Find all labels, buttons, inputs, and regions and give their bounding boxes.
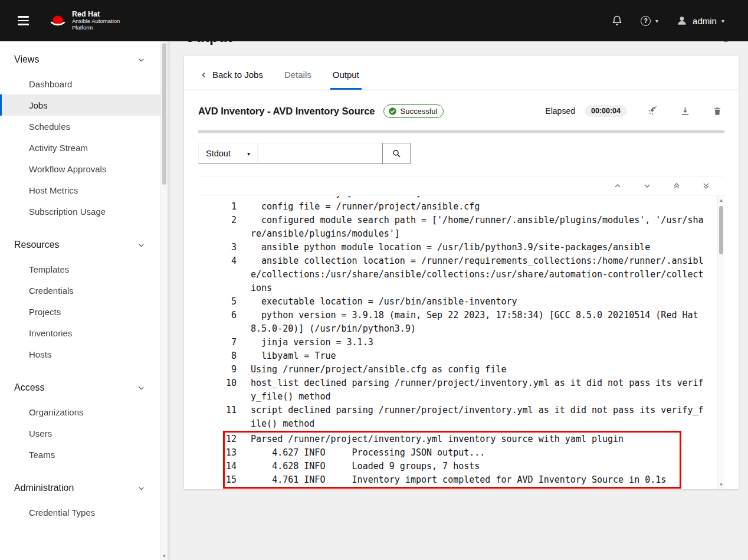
- sidebar-item-credential-types[interactable]: Credential Types: [0, 502, 160, 523]
- sidebar: ViewsDashboardJobsSchedulesActivity Stre…: [0, 41, 168, 560]
- console-line-14: 14 4.628 INFO Loaded 9 groups, 7 hosts: [225, 460, 680, 473]
- scroll-down-icon[interactable]: ▼: [718, 482, 724, 487]
- line-number[interactable]: 4: [198, 254, 251, 268]
- help-icon: [641, 16, 651, 26]
- tab-details[interactable]: Details: [282, 61, 314, 90]
- notifications-button[interactable]: [611, 15, 623, 27]
- console-line-4: 4 ansible collection location = /runner/…: [198, 254, 717, 295]
- line-number[interactable]: 10: [198, 376, 251, 390]
- stdout-filter-select[interactable]: Stdout ▾: [198, 143, 258, 164]
- line-text: config file = /runner/project/ansible.cf…: [251, 200, 704, 214]
- console-scrollbar[interactable]: ▲ ▼: [717, 196, 724, 489]
- tab-back-to-jobs[interactable]: Back to Jobs: [198, 61, 265, 90]
- filter-selected-value: Stdout: [206, 149, 231, 158]
- sidebar-item-subscription-usage[interactable]: Subscription Usage: [0, 201, 160, 222]
- line-number[interactable]: 9: [198, 363, 251, 376]
- download-output-button[interactable]: [678, 104, 693, 119]
- line-number[interactable]: 3: [198, 241, 251, 254]
- console-line-9: 9Using /runner/project/ansible.cfg as co…: [198, 363, 717, 376]
- search-input[interactable]: [258, 143, 382, 164]
- console-line-1: 1 config file = /runner/project/ansible.…: [198, 200, 717, 214]
- console-line-8: 8 libyaml = True: [198, 349, 717, 363]
- scroll-to-top-button[interactable]: [671, 181, 682, 191]
- line-text: host_list declined parsing /runner/proje…: [251, 376, 704, 404]
- line-number[interactable]: 7: [198, 336, 251, 349]
- tab-output[interactable]: Output: [330, 61, 362, 90]
- sidebar-item-hosts[interactable]: Hosts: [0, 343, 160, 365]
- sidebar-item-organizations[interactable]: Organizations: [0, 401, 160, 423]
- console-line-15: 15 4.761 INFO Inventory import completed…: [225, 473, 680, 487]
- nav-section-header-views[interactable]: Views: [0, 50, 160, 70]
- elapsed-label: Elapsed: [545, 106, 575, 116]
- scroll-previous-button[interactable]: [612, 181, 623, 191]
- delete-job-button[interactable]: [710, 104, 724, 119]
- user-icon: [676, 15, 688, 27]
- sidebar-item-activity-stream[interactable]: Activity Stream: [0, 137, 160, 158]
- sidebar-item-host-metrics[interactable]: Host Metrics: [0, 179, 160, 201]
- search-button[interactable]: [382, 143, 411, 164]
- sidebar-item-templates[interactable]: Templates: [0, 258, 160, 280]
- line-number[interactable]: 1: [198, 200, 251, 214]
- line-number[interactable]: 13: [225, 446, 251, 460]
- sidebar-scrollbar[interactable]: ▼: [160, 41, 168, 560]
- search-icon: [392, 149, 401, 158]
- relaunch-button[interactable]: [645, 103, 660, 119]
- caret-down-icon: ▾: [247, 150, 250, 157]
- status-badge: Successful: [383, 104, 444, 118]
- nav-section-header-access[interactable]: Access: [0, 378, 160, 398]
- sidebar-item-workflow-approvals[interactable]: Workflow Approvals: [0, 158, 160, 179]
- nav-section-label: Access: [14, 382, 45, 393]
- line-number[interactable]: 5: [198, 295, 251, 309]
- chevron-down-icon: [137, 384, 145, 392]
- sidebar-item-dashboard[interactable]: Dashboard: [0, 73, 160, 94]
- sidebar-item-users[interactable]: Users: [0, 423, 160, 444]
- line-number[interactable]: 2: [198, 214, 251, 227]
- sidebar-scrollbar-thumb[interactable]: [162, 43, 166, 185]
- chevron-down-icon: [137, 241, 145, 249]
- line-text: libyaml = True: [251, 349, 704, 363]
- nav-section-access: AccessOrganizationsUsersTeams: [0, 378, 160, 465]
- sidebar-item-inventories[interactable]: Inventories: [0, 322, 160, 343]
- chevron-down-icon: ▾: [721, 18, 724, 24]
- tab-back-label: Back to Jobs: [212, 70, 263, 80]
- line-number[interactable]: 12: [225, 433, 251, 446]
- help-menu-button[interactable]: ▾: [641, 16, 658, 26]
- line-text: Using /runner/project/ansible.cfg as con…: [251, 363, 704, 376]
- line-number[interactable]: 8: [198, 349, 251, 363]
- line-number[interactable]: 6: [198, 309, 251, 322]
- nav-toggle-button[interactable]: [13, 11, 34, 30]
- nav-section-label: Administration: [14, 483, 74, 493]
- highlight-annotation-box: 12Parsed /runner/project/inventory.yml i…: [223, 431, 681, 489]
- sidebar-item-teams[interactable]: Teams: [0, 444, 160, 465]
- chevron-down-icon: [137, 484, 145, 492]
- brand-line1: Red Hat: [72, 10, 120, 18]
- status-label: Successful: [401, 107, 438, 116]
- scroll-next-button[interactable]: [642, 181, 652, 191]
- line-number[interactable]: 14: [225, 460, 251, 473]
- masthead: Red Hat Ansible Automation Platform ▾ ad…: [0, 0, 748, 41]
- line-text: Parsed /runner/project/inventory.yml inv…: [251, 433, 680, 446]
- nav-section-header-administration[interactable]: Administration: [0, 478, 160, 498]
- double-chevron-up-icon: [672, 182, 681, 190]
- line-number[interactable]: 11: [198, 404, 251, 417]
- user-menu-button[interactable]: admin ▾: [676, 15, 724, 27]
- tabs: Back to Jobs Details Output: [184, 56, 739, 90]
- nav-section-label: Resources: [14, 240, 59, 250]
- output-panel: 0ansible-inventory [core 2.15.12]1 confi…: [198, 176, 724, 489]
- line-text: ansible python module location = /usr/li…: [251, 241, 704, 254]
- scroll-down-icon[interactable]: ▼: [161, 554, 168, 559]
- console-line-11: 11script declined parsing /runner/projec…: [198, 404, 717, 431]
- console-scrollbar-thumb[interactable]: [719, 206, 723, 254]
- job-output-card: Back to Jobs Details Output AVD Inventor…: [184, 56, 739, 489]
- sidebar-item-credentials[interactable]: Credentials: [0, 280, 160, 301]
- sidebar-nav: ViewsDashboardJobsSchedulesActivity Stre…: [0, 41, 160, 523]
- sidebar-item-schedules[interactable]: Schedules: [0, 116, 160, 137]
- line-number[interactable]: 15: [225, 473, 251, 487]
- nav-section-header-resources[interactable]: Resources: [0, 235, 160, 255]
- sidebar-item-jobs[interactable]: Jobs: [0, 94, 160, 116]
- scroll-up-icon[interactable]: ▲: [718, 198, 724, 203]
- line-number[interactable]: 0: [198, 196, 251, 200]
- chevron-up-icon: [614, 182, 622, 190]
- scroll-to-bottom-button[interactable]: [701, 181, 711, 191]
- sidebar-item-projects[interactable]: Projects: [0, 301, 160, 322]
